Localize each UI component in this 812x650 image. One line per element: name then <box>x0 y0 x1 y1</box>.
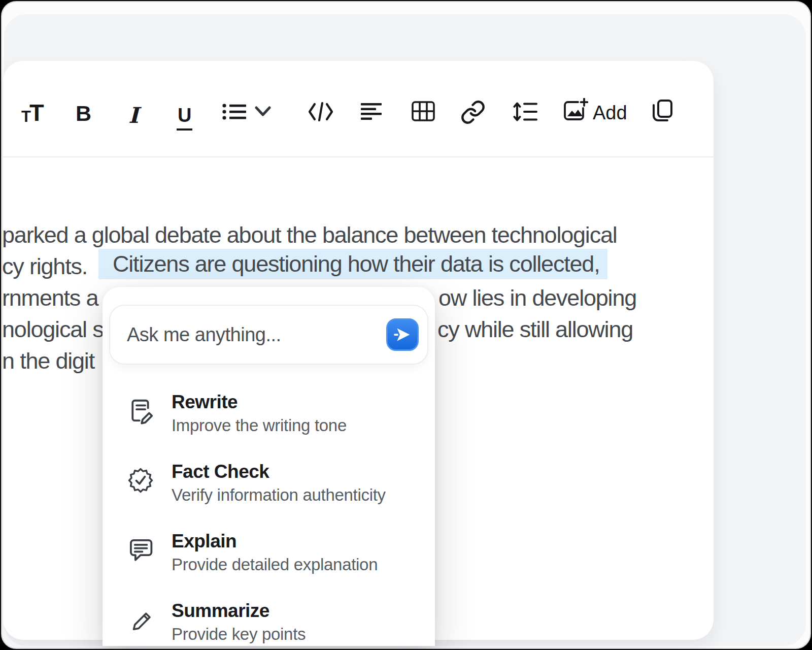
document-edit-icon <box>127 397 154 425</box>
bullet-list-icon <box>222 100 247 123</box>
table-icon <box>412 101 435 121</box>
menu-item-title: Explain <box>172 532 236 550</box>
list-options-button[interactable] <box>254 106 272 118</box>
doc-line-3-right: ow lies in developing <box>438 282 636 314</box>
doc-line-3-left: rnments a <box>2 282 98 314</box>
doc-line-4-right: cy while still allowing <box>437 314 633 345</box>
formatting-toolbar: TT B I U <box>3 61 714 157</box>
italic-button[interactable]: I <box>128 103 139 128</box>
doc-line-4-left: nological s <box>2 314 103 345</box>
link-icon <box>460 100 486 125</box>
align-left-icon <box>361 103 382 121</box>
screenshot-stage: TT B I U <box>0 0 812 650</box>
menu-item-fact-check[interactable]: Fact Check Verify information authentici… <box>103 462 435 523</box>
line-spacing-icon <box>513 102 537 122</box>
send-arrow-icon <box>392 324 413 345</box>
add-image-icon <box>563 98 588 121</box>
ask-input-placeholder: Ask me anything... <box>127 306 281 364</box>
ai-assistant-popup: Ask me anything... Rewrite Improve the w… <box>103 287 435 646</box>
doc-highlighted-selection[interactable]: Citizens are questioning how their data … <box>98 249 607 279</box>
menu-item-title: Summarize <box>172 601 269 620</box>
text-size-button[interactable]: TT <box>21 101 43 124</box>
copy-icon <box>650 99 673 123</box>
menu-item-summarize[interactable]: Summarize Provide key points <box>103 601 435 646</box>
bullet-list-button[interactable] <box>222 100 247 123</box>
menu-item-title: Fact Check <box>172 462 269 481</box>
menu-item-subtitle: Provide key points <box>172 624 306 644</box>
menu-item-subtitle: Improve the writing tone <box>172 415 347 436</box>
menu-item-rewrite[interactable]: Rewrite Improve the writing tone <box>103 393 435 453</box>
speech-bubble-icon <box>127 536 154 564</box>
table-button[interactable] <box>412 101 435 121</box>
ask-input[interactable]: Ask me anything... <box>109 305 428 365</box>
doc-line-1: parked a global debate about the balance… <box>2 219 617 251</box>
menu-item-subtitle: Provide detailed explanation <box>172 555 378 575</box>
code-icon <box>308 102 334 122</box>
align-left-button[interactable] <box>361 103 382 121</box>
send-button[interactable] <box>386 318 419 351</box>
link-button[interactable] <box>460 100 486 125</box>
doc-line-2-before: cy rights. <box>2 251 87 282</box>
bold-button[interactable]: B <box>76 103 91 124</box>
badge-check-icon <box>127 467 154 494</box>
underline-button[interactable]: U <box>177 105 192 131</box>
chevron-down-icon <box>254 106 272 118</box>
add-image-label[interactable]: Add <box>593 102 627 124</box>
add-image-button[interactable] <box>563 98 588 121</box>
copy-button[interactable] <box>650 99 673 123</box>
menu-item-title: Rewrite <box>172 393 238 411</box>
menu-item-subtitle: Verify information authenticity <box>172 485 386 505</box>
pencil-icon <box>127 606 154 633</box>
code-button[interactable] <box>308 102 334 122</box>
text-size-icon: T <box>21 109 29 124</box>
doc-line-5-left: n the digit <box>2 345 94 377</box>
menu-item-explain[interactable]: Explain Provide detailed explanation <box>103 532 435 593</box>
line-spacing-button[interactable] <box>513 102 537 122</box>
